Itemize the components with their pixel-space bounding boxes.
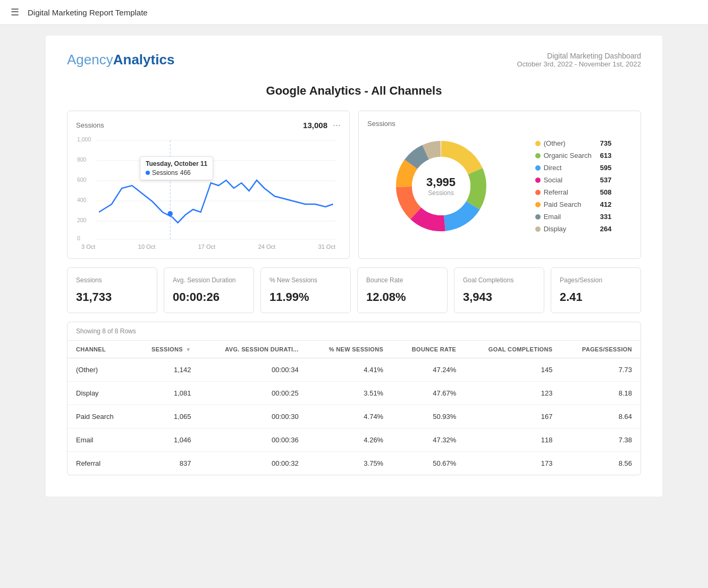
cell-2-4: 50.93%	[392, 405, 465, 429]
stat-card-4: Goal Completions 3,943	[454, 267, 544, 313]
svg-text:400: 400	[77, 197, 87, 203]
legend-dot	[535, 214, 541, 220]
stat-label: Pages/Session	[560, 276, 632, 284]
donut-center-value: 3,995	[426, 175, 456, 189]
cell-2-2: 00:00:30	[200, 405, 307, 429]
legend-value: 537	[600, 176, 612, 184]
stat-card-3: Bounce Rate 12.08%	[357, 267, 448, 313]
legend-name: Social	[544, 176, 597, 184]
donut-content: 3,995 Sessions (Other) 735 Organic Searc…	[367, 133, 632, 239]
cell-1-6: 8.18	[561, 382, 640, 405]
table-row: Display1,08100:00:253.51%47.67%1238.18	[68, 382, 640, 405]
line-chart-menu[interactable]: ···	[333, 120, 341, 131]
table-row: Paid Search1,06500:00:304.74%50.93%1678.…	[68, 405, 640, 429]
svg-text:1,000: 1,000	[77, 136, 91, 142]
cell-4-1: 837	[132, 452, 199, 475]
legend-dot	[535, 226, 541, 232]
legend-name: Display	[544, 225, 597, 233]
stat-value: 31,733	[76, 290, 148, 304]
cell-1-4: 47.67%	[392, 382, 465, 405]
donut-chart-card: Sessions	[358, 111, 641, 259]
col-header-2: AVG. SESSION DURATI...	[200, 341, 307, 358]
top-nav: ☰ Digital Marketing Report Template	[0, 0, 708, 25]
legend-item: Social 537	[535, 176, 612, 184]
cell-4-4: 50.67%	[392, 452, 465, 475]
legend-name: Referral	[544, 188, 597, 196]
donut-card-header: Sessions	[367, 120, 632, 128]
cell-4-0: Referral	[68, 452, 132, 475]
sort-icon[interactable]: ▼	[186, 347, 191, 352]
x-label-2: 17 Oct	[198, 243, 215, 250]
cell-3-4: 47.32%	[392, 429, 465, 452]
cell-1-2: 00:00:25	[200, 382, 307, 405]
stat-value: 11.99%	[269, 290, 342, 304]
table-rows-label: Showing 8 of 8 Rows	[68, 322, 640, 341]
cell-0-6: 7.73	[561, 358, 640, 382]
stat-card-2: % New Sessions 11.99%	[260, 267, 351, 313]
stat-value: 12.08%	[366, 290, 439, 304]
stat-value: 00:00:26	[173, 290, 245, 304]
logo-analytics: Analytics	[113, 52, 175, 68]
cell-0-0: (Other)	[68, 358, 132, 382]
legend-item: Organic Search 613	[535, 152, 612, 159]
donut-center: 3,995 Sessions	[426, 175, 456, 197]
chart-x-labels: 3 Oct 10 Oct 17 Oct 24 Oct 31 Oct	[76, 243, 341, 250]
header-right: Digital Marketing Dashboard October 3rd,…	[517, 52, 641, 68]
cell-3-2: 00:00:36	[200, 429, 307, 452]
svg-text:600: 600	[77, 177, 87, 183]
cell-3-0: Email	[68, 429, 132, 452]
cell-3-6: 7.38	[561, 429, 640, 452]
legend-dot	[535, 165, 541, 171]
cell-1-0: Display	[68, 382, 132, 405]
x-label-4: 31 Oct	[318, 243, 335, 250]
svg-text:800: 800	[77, 156, 87, 163]
table-header-row: CHANNELSESSIONS ▼AVG. SESSION DURATI...%…	[68, 341, 640, 358]
legend-value: 735	[600, 139, 612, 147]
x-label-3: 24 Oct	[258, 243, 275, 250]
donut-center-label: Sessions	[426, 189, 456, 197]
table-body: (Other)1,14200:00:344.41%47.24%1457.73Di…	[68, 358, 640, 475]
col-header-4: BOUNCE RATE	[392, 341, 465, 358]
cell-0-5: 145	[465, 358, 561, 382]
legend-value: 508	[600, 188, 612, 196]
hamburger-icon[interactable]: ☰	[11, 6, 19, 18]
legend-dot	[535, 178, 541, 183]
stat-value: 2.41	[560, 290, 632, 304]
legend-dot	[535, 153, 541, 158]
stat-label: Sessions	[76, 276, 148, 284]
stat-card-0: Sessions 31,733	[67, 267, 157, 313]
line-card-header: Sessions 13,008 ···	[76, 120, 341, 131]
line-chart-label: Sessions	[76, 121, 104, 129]
legend-name: Organic Search	[544, 152, 597, 159]
page-header: AgencyAnalytics Digital Marketing Dashbo…	[67, 52, 641, 68]
legend-item: Email 331	[535, 213, 612, 221]
cell-2-0: Paid Search	[68, 405, 132, 429]
legend-item: (Other) 735	[535, 139, 612, 147]
nav-title: Digital Marketing Report Template	[28, 8, 148, 17]
line-chart-card: Sessions 13,008 ··· 1,000 800 600 400 20…	[67, 111, 350, 259]
stat-label: % New Sessions	[269, 276, 342, 284]
cell-1-1: 1,081	[132, 382, 199, 405]
cell-4-2: 00:00:32	[200, 452, 307, 475]
table-row: Email1,04600:00:364.26%47.32%1187.38	[68, 429, 640, 452]
cell-2-1: 1,065	[132, 405, 199, 429]
table-row: (Other)1,14200:00:344.41%47.24%1457.73	[68, 358, 640, 382]
section-title: Google Analytics - All Channels	[67, 84, 641, 98]
legend-value: 595	[600, 164, 612, 172]
cell-0-2: 00:00:34	[200, 358, 307, 382]
table-head: CHANNELSESSIONS ▼AVG. SESSION DURATI...%…	[68, 341, 640, 358]
cell-3-5: 118	[465, 429, 561, 452]
legend-value: 264	[600, 225, 612, 233]
cell-2-5: 167	[465, 405, 561, 429]
svg-text:0: 0	[77, 235, 80, 241]
col-header-5: GOAL COMPLETIONS	[465, 341, 561, 358]
svg-text:200: 200	[77, 217, 87, 223]
stat-cards-row: Sessions 31,733 Avg. Session Duration 00…	[67, 267, 641, 313]
table-row: Referral83700:00:323.75%50.67%1738.56	[68, 452, 640, 475]
legend-item: Direct 595	[535, 164, 612, 172]
donut-wrapper: 3,995 Sessions	[388, 133, 494, 239]
legend-item: Paid Search 412	[535, 200, 612, 208]
cell-0-3: 4.41%	[307, 358, 392, 382]
stat-card-5: Pages/Session 2.41	[551, 267, 641, 313]
stat-label: Goal Completions	[463, 276, 535, 284]
